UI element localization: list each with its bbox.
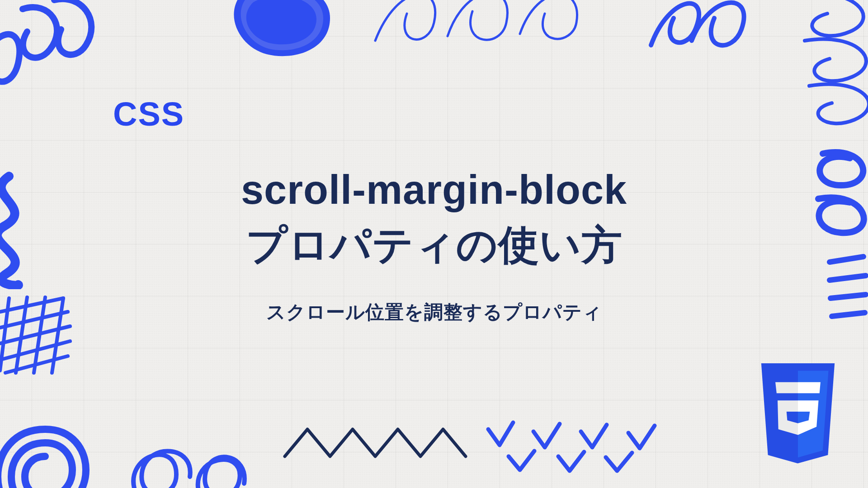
page-title: scroll-margin-block プロパティの使い方 [241,163,627,272]
css3-badge-icon [753,363,843,465]
kicker-label: CSS [113,95,184,133]
page-subtitle: スクロール位置を調整するプロパティ [266,300,602,325]
title-line-2: プロパティの使い方 [241,218,627,273]
title-line-1: scroll-margin-block [241,163,627,218]
content-area: CSS scroll-margin-block プロパティの使い方 スクロール位… [0,0,868,488]
